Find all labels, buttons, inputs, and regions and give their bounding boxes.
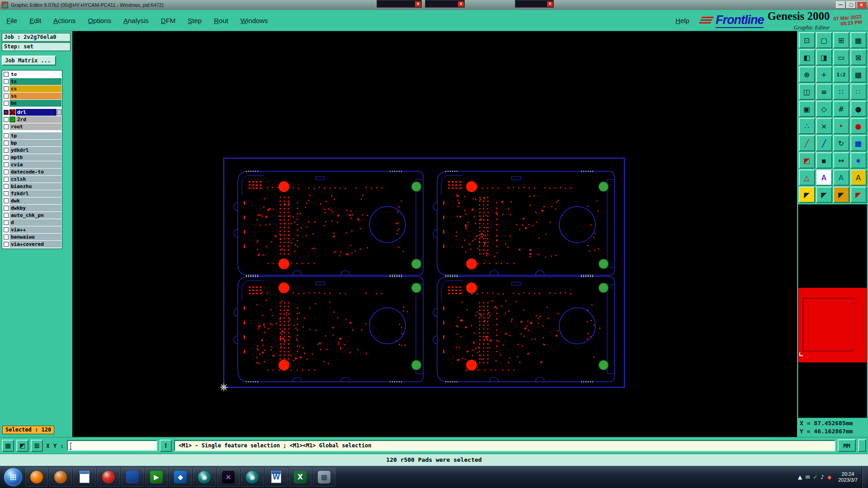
- tool-button-28[interactable]: ▦: [850, 135, 867, 151]
- layer-visibility-checkbox[interactable]: [4, 213, 9, 218]
- pcb-canvas[interactable]: [72, 31, 797, 437]
- tray-mail-icon[interactable]: ✉: [805, 474, 810, 480]
- layer-visibility-checkbox[interactable]: [4, 86, 9, 91]
- taskbar-app-calculator[interactable]: ▦: [313, 468, 335, 487]
- prompt-button[interactable]: !: [160, 440, 172, 452]
- tool-button-29[interactable]: ◩: [799, 152, 815, 169]
- close-icon[interactable]: ×: [458, 1, 464, 7]
- tool-button-39[interactable]: ◤: [833, 187, 849, 203]
- layer-name[interactable]: 2rd: [16, 116, 61, 123]
- tool-button-1[interactable]: ⊡: [799, 32, 815, 48]
- layer-visibility-checkbox[interactable]: [4, 235, 9, 239]
- taskbar-app-app-green[interactable]: ▶: [145, 468, 168, 487]
- tool-button-19[interactable]: #: [833, 101, 849, 117]
- tool-button-26[interactable]: ╱: [816, 135, 832, 151]
- layer-name[interactable]: d: [9, 219, 61, 226]
- taskbar-app-xshell[interactable]: ×: [217, 468, 240, 487]
- layer-visibility-checkbox[interactable]: [4, 206, 9, 211]
- layer-visibility-checkbox[interactable]: [4, 133, 9, 138]
- taskbar-app-pinwheel[interactable]: [49, 468, 72, 487]
- tool-button-11[interactable]: 1:2: [833, 66, 849, 83]
- layer-row-2rd[interactable]: 2rd: [3, 116, 61, 123]
- layer-name[interactable]: to: [9, 71, 61, 78]
- layer-visibility-checkbox[interactable]: [4, 117, 9, 122]
- layer-name[interactable]: via+covered: [9, 241, 61, 248]
- layer-row-rout[interactable]: rout: [3, 123, 61, 130]
- layer-row-tp[interactable]: tp: [3, 132, 61, 139]
- layer-visibility-checkbox[interactable]: [4, 124, 9, 129]
- tool-button-20[interactable]: ●: [850, 101, 867, 117]
- show-desktop-button[interactable]: [862, 466, 867, 488]
- menu-actions[interactable]: Actions: [53, 17, 75, 24]
- layer-name[interactable]: auto_chk_pn: [9, 212, 61, 219]
- close-icon[interactable]: ×: [415, 1, 421, 7]
- tray-expand-icon[interactable]: ▲: [798, 474, 802, 480]
- layer-row-d[interactable]: d: [3, 219, 61, 226]
- layer-row-via++[interactable]: via++: [3, 226, 61, 233]
- taskbar-app-excel[interactable]: X: [289, 468, 311, 487]
- layer-visibility-checkbox[interactable]: [4, 94, 9, 99]
- taskbar-clock[interactable]: 20:24 2023/3/7: [834, 471, 862, 483]
- layer-name[interactable]: banwaiwu: [9, 234, 61, 240]
- tool-button-12[interactable]: ▩: [850, 66, 867, 83]
- tool-button-3[interactable]: ⊞: [833, 32, 849, 48]
- tray-sound-icon[interactable]: ♪: [821, 474, 824, 480]
- taskbar-app-word[interactable]: W: [265, 468, 288, 487]
- layer-visibility-checkbox[interactable]: [4, 198, 9, 203]
- tool-button-18[interactable]: ◇: [816, 101, 832, 117]
- layer-name[interactable]: ydkdrl: [9, 147, 61, 154]
- tool-button-17[interactable]: ▣: [799, 101, 815, 117]
- layer-name[interactable]: bs: [9, 100, 61, 107]
- menu-windows[interactable]: Windows: [241, 17, 268, 24]
- layer-row-dwk[interactable]: dwk: [3, 197, 61, 204]
- tool-button-15[interactable]: ∷: [833, 84, 849, 100]
- tray-check-icon[interactable]: ✓: [813, 474, 817, 480]
- tool-button-5[interactable]: ◧: [799, 49, 815, 66]
- layer-visibility-checkbox[interactable]: [4, 101, 9, 106]
- pcb-drawing[interactable]: [72, 31, 797, 437]
- layer-name[interactable]: bp: [9, 140, 61, 146]
- layer-name[interactable]: dwk: [9, 197, 61, 204]
- layer-row-bp[interactable]: bp: [3, 140, 61, 146]
- tool-button-9[interactable]: ⊕: [799, 66, 815, 83]
- layer-name[interactable]: datecode-to: [9, 169, 61, 175]
- background-window[interactable]: ×: [425, 0, 465, 8]
- layer-name[interactable]: mpth: [9, 154, 61, 161]
- layer-name[interactable]: cslsh: [9, 176, 61, 183]
- layer-name[interactable]: cvia: [9, 161, 61, 168]
- tool-button-10[interactable]: +: [816, 66, 832, 83]
- layer-row-to[interactable]: to: [3, 71, 61, 78]
- close-icon[interactable]: ×: [547, 1, 553, 7]
- tool-button-31[interactable]: ↔: [833, 152, 849, 169]
- menu-options[interactable]: Options: [88, 17, 111, 24]
- layer-name[interactable]: tp: [9, 132, 61, 139]
- layer-row-fzkdrl[interactable]: fzkdrl: [3, 190, 61, 197]
- layer-name[interactable]: drl: [16, 109, 57, 116]
- maximize-button[interactable]: ▢: [846, 1, 856, 9]
- xy-input[interactable]: [67, 440, 157, 451]
- navigator-view-region[interactable]: [798, 288, 867, 362]
- layer-row-cslsh[interactable]: cslsh: [3, 176, 61, 183]
- layer-visibility-checkbox[interactable]: [4, 184, 9, 189]
- tool-button-33[interactable]: △: [799, 169, 815, 186]
- layer-visibility-checkbox[interactable]: [4, 177, 9, 182]
- taskbar-app-camera-2[interactable]: ◉: [241, 468, 264, 487]
- layer-name[interactable]: ss: [9, 93, 61, 99]
- tool-button-13[interactable]: ◫: [799, 84, 815, 100]
- taskbar-app-save[interactable]: [121, 468, 144, 487]
- layer-row-mpth[interactable]: mpth: [3, 154, 61, 161]
- layer-visibility-checkbox[interactable]: [4, 148, 9, 153]
- layer-visibility-checkbox[interactable]: [4, 191, 9, 196]
- layer-row-cvia[interactable]: cvia: [3, 161, 61, 168]
- tool-button-16[interactable]: ∷: [850, 84, 867, 100]
- tool-button-30[interactable]: ▪: [816, 152, 832, 169]
- menu-rout[interactable]: Rout: [214, 17, 228, 24]
- start-button[interactable]: ⊞: [4, 468, 22, 486]
- layer-name[interactable]: biaozhu: [9, 183, 61, 190]
- layer-name[interactable]: ts: [9, 78, 61, 85]
- layer-row-datecode-to[interactable]: datecode-to: [3, 169, 61, 175]
- layer-visibility-checkbox[interactable]: [4, 220, 9, 225]
- layer-name[interactable]: rout: [9, 123, 61, 130]
- tool-button-37[interactable]: ◤: [799, 187, 815, 203]
- overview-navigator[interactable]: [798, 204, 867, 418]
